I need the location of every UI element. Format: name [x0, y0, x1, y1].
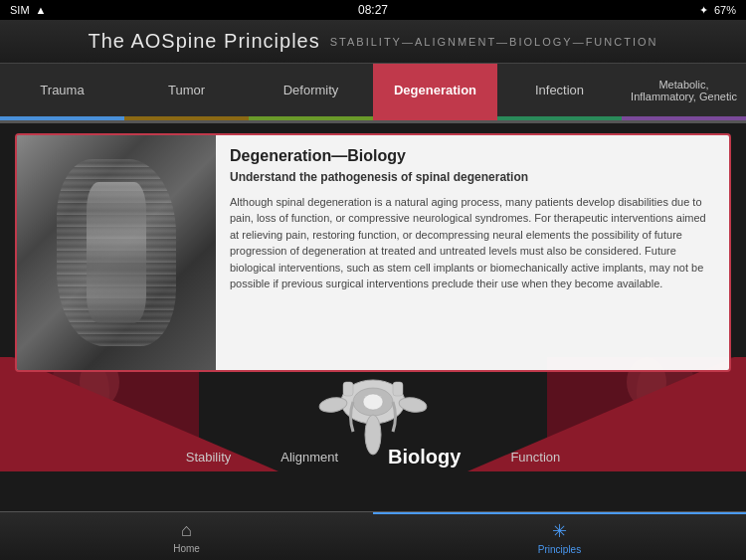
bottom-tab-bar: ⌂ Home ✳ Principles — [0, 511, 746, 560]
principles-icon: ✳ — [552, 520, 567, 542]
card-subheading: Understand the pathogenesis of spinal de… — [230, 169, 715, 186]
app-subtitle: STABILITY—ALIGNMENT—BIOLOGY—FUNCTION — [330, 36, 658, 48]
nav-label-alignment[interactable]: Alignment — [280, 450, 338, 465]
category-tab-bar: Trauma Tumor Deformity Degeneration Infe… — [0, 64, 746, 123]
svg-rect-14 — [343, 382, 353, 396]
card-heading: Degeneration—Biology — [230, 147, 715, 165]
bluetooth-icon: ✦ — [699, 4, 708, 17]
bottom-visual-section: Stability Alignment Biology Function — [0, 357, 746, 501]
bottom-tab-home[interactable]: ⌂ Home — [0, 512, 373, 560]
nav-label-biology[interactable]: Biology — [388, 446, 461, 468]
spine-mri-image — [17, 135, 216, 370]
card-text-area: Degeneration—Biology Understand the path… — [216, 135, 729, 370]
wifi-icon: ▲ — [36, 4, 47, 16]
carrier-label: SIM — [10, 4, 30, 16]
status-left: SIM ▲ — [10, 4, 46, 16]
tab-infection[interactable]: Infection — [497, 64, 622, 120]
bottom-tab-principles[interactable]: ✳ Principles — [373, 512, 746, 560]
status-right: ✦ 67% — [699, 4, 736, 17]
app-title: The AOSpine Principles — [89, 30, 320, 53]
nav-label-stability[interactable]: Stability — [186, 450, 232, 465]
home-tab-label: Home — [173, 543, 200, 554]
app-header: The AOSpine Principles STABILITY—ALIGNME… — [0, 20, 746, 64]
card-image — [17, 135, 216, 370]
content-card: Degeneration—Biology Understand the path… — [15, 133, 731, 372]
card-body: Although spinal degeneration is a natura… — [230, 194, 715, 292]
section-nav-labels: Stability Alignment Biology Function — [0, 442, 746, 471]
home-icon: ⌂ — [181, 520, 192, 541]
svg-point-10 — [363, 394, 383, 410]
nav-label-function[interactable]: Function — [510, 450, 560, 465]
battery-label: 67% — [714, 4, 736, 16]
svg-rect-15 — [393, 382, 403, 396]
principles-tab-label: Principles — [538, 544, 581, 555]
status-time: 08:27 — [358, 3, 388, 17]
status-bar: SIM ▲ 08:27 ✦ 67% — [0, 0, 746, 20]
main-content: Degeneration—Biology Understand the path… — [0, 123, 746, 501]
tab-degeneration[interactable]: Degeneration — [373, 64, 497, 120]
tab-tumor[interactable]: Tumor — [124, 64, 249, 120]
tab-deformity[interactable]: Deformity — [249, 64, 373, 120]
tab-trauma[interactable]: Trauma — [0, 64, 124, 120]
tab-metabolic[interactable]: Metabolic, Inflammatory, Genetic — [622, 64, 746, 120]
